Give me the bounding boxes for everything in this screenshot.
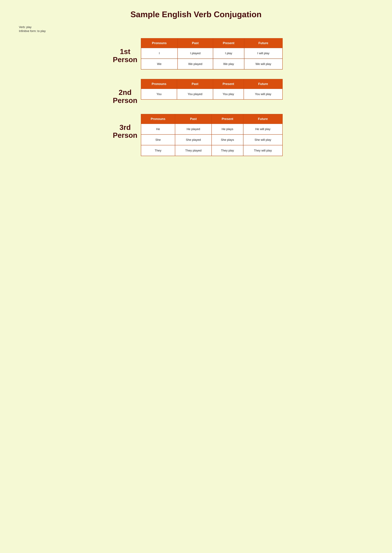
cell-2-0: They xyxy=(141,145,175,156)
cell-0-3: He will play xyxy=(243,124,282,135)
cell-1-0: She xyxy=(141,135,175,145)
person-label-second-person: 2nd Person xyxy=(109,79,141,104)
table-row: WeWe playedWe playWe will play xyxy=(141,59,282,69)
present-header: Present xyxy=(213,79,244,89)
pronouns-header: Pronouns xyxy=(141,38,178,48)
cell-0-0: I xyxy=(141,48,178,59)
cell-0-2: You play xyxy=(213,89,244,99)
table-third-person: PronounsPastPresentFutureHeHe playedHe p… xyxy=(141,114,283,156)
table-wrapper-third-person: PronounsPastPresentFutureHeHe playedHe p… xyxy=(141,114,283,156)
future-header: Future xyxy=(244,79,282,89)
cell-2-3: They will play xyxy=(243,145,282,156)
cell-1-1: We played xyxy=(178,59,213,69)
person-label-third-person: 3rd Person xyxy=(109,114,141,139)
present-header: Present xyxy=(212,114,243,124)
cell-0-2: I play xyxy=(213,48,244,59)
pronouns-header: Pronouns xyxy=(141,114,175,124)
cell-0-3: I will play xyxy=(244,48,282,59)
pronouns-header: Pronouns xyxy=(141,79,177,89)
table-row: TheyThey playedThey playThey will play xyxy=(141,145,282,156)
cell-1-1: She played xyxy=(175,135,212,145)
table-wrapper-second-person: PronounsPastPresentFutureYouYou playedYo… xyxy=(141,79,283,100)
cell-0-3: You will play xyxy=(244,89,282,99)
cell-0-1: He played xyxy=(175,124,212,135)
table-row: YouYou playedYou playYou will play xyxy=(141,89,282,99)
past-header: Past xyxy=(178,38,213,48)
cell-0-1: You played xyxy=(177,89,213,99)
future-header: Future xyxy=(244,38,282,48)
past-header: Past xyxy=(175,114,212,124)
verb-label: Verb: play xyxy=(19,26,154,29)
section-second-person: 2nd PersonPronounsPastPresentFutureYouYo… xyxy=(109,79,283,104)
verb-info: Verb: play Infinitive form: to play xyxy=(13,26,154,33)
table-second-person: PronounsPastPresentFutureYouYou playedYo… xyxy=(141,79,283,100)
table-first-person: PronounsPastPresentFutureII playedI play… xyxy=(141,38,283,70)
cell-0-0: He xyxy=(141,124,175,135)
cell-0-1: I played xyxy=(178,48,213,59)
table-wrapper-first-person: PronounsPastPresentFutureII playedI play… xyxy=(141,38,283,70)
cell-2-1: They played xyxy=(175,145,212,156)
cell-1-2: We play xyxy=(213,59,244,69)
person-label-first-person: 1st Person xyxy=(109,38,141,64)
table-row: HeHe playedHe playsHe will play xyxy=(141,124,282,135)
cell-1-2: She plays xyxy=(212,135,243,145)
past-header: Past xyxy=(177,79,213,89)
table-row: SheShe playedShe playsShe will play xyxy=(141,135,282,145)
cell-2-2: They play xyxy=(212,145,243,156)
cell-0-2: He plays xyxy=(212,124,243,135)
cell-0-0: You xyxy=(141,89,177,99)
cell-1-3: We will play xyxy=(244,59,282,69)
present-header: Present xyxy=(213,38,244,48)
future-header: Future xyxy=(243,114,282,124)
table-row: II playedI playI will play xyxy=(141,48,282,59)
page-title: Sample English Verb Conjugation xyxy=(130,9,262,19)
section-first-person: 1st PersonPronounsPastPresentFutureII pl… xyxy=(109,38,283,70)
section-third-person: 3rd PersonPronounsPastPresentFutureHeHe … xyxy=(109,114,283,156)
cell-1-0: We xyxy=(141,59,178,69)
infinitive-label: Infinitive form: to play xyxy=(19,29,154,33)
cell-1-3: She will play xyxy=(243,135,282,145)
